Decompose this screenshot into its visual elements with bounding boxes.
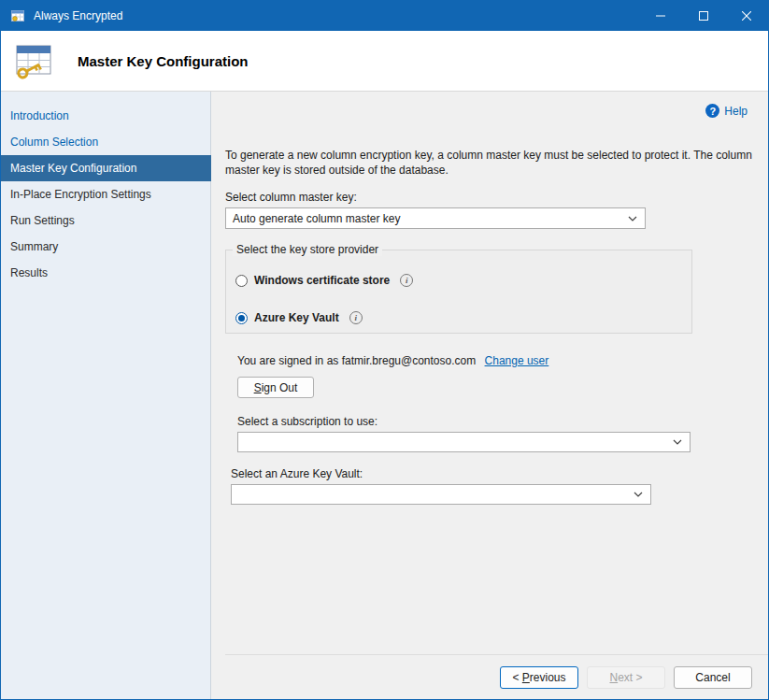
window-controls xyxy=(639,1,768,31)
minimize-button[interactable] xyxy=(639,1,682,31)
maximize-icon xyxy=(699,9,708,23)
radio-windows-certificate-store-label: Windows certificate store xyxy=(254,274,390,287)
chevron-down-icon xyxy=(673,439,682,445)
master-key-value: Auto generate column master key xyxy=(233,212,400,225)
help-icon xyxy=(705,104,719,118)
radio-azure-key-vault[interactable]: Azure Key Vault xyxy=(235,310,691,325)
close-button[interactable] xyxy=(725,1,768,31)
sidebar-item-column-selection[interactable]: Column Selection xyxy=(1,129,210,155)
previous-prefix: < xyxy=(512,671,521,684)
sidebar-item-run-settings[interactable]: Run Settings xyxy=(1,207,210,234)
radio-windows-certificate-store[interactable]: Windows certificate store xyxy=(235,273,691,288)
signed-in-row: You are signed in as fatmir.bregu@contos… xyxy=(237,354,768,368)
sidebar-item-summary[interactable]: Summary xyxy=(1,234,210,260)
main-content: Help To generate a new column encryption… xyxy=(211,92,768,699)
wizard-body: Introduction Column Selection Master Key… xyxy=(1,92,768,699)
sidebar-item-introduction[interactable]: Introduction xyxy=(1,103,210,129)
vault-dropdown[interactable] xyxy=(231,484,651,505)
sidebar-item-master-key-configuration[interactable]: Master Key Configuration xyxy=(1,155,211,181)
minimize-icon xyxy=(656,9,665,23)
radio-icon xyxy=(235,275,248,287)
sign-out-accesskey: S xyxy=(254,381,262,394)
master-key-label: Select column master key: xyxy=(225,191,768,204)
chevron-down-icon xyxy=(628,216,637,221)
sidebar-item-in-place-encryption-settings[interactable]: In-Place Encryption Settings xyxy=(1,181,210,207)
intro-text: To generate a new column encryption key,… xyxy=(225,148,758,178)
radio-icon xyxy=(235,312,248,324)
sign-out-label: ign Out xyxy=(262,381,298,394)
key-store-provider-label: Select the key store provider xyxy=(233,243,382,256)
wizard-footer: < Previous Next > Cancel xyxy=(225,654,768,699)
subscription-dropdown[interactable] xyxy=(237,432,691,452)
vault-group: Select an Azure Key Vault: xyxy=(231,467,768,505)
change-user-link[interactable]: Change user xyxy=(485,354,549,367)
wizard-steps-sidebar: Introduction Column Selection Master Key… xyxy=(1,92,211,699)
next-accesskey: N xyxy=(609,671,618,684)
info-icon[interactable] xyxy=(349,311,363,324)
vault-label: Select an Azure Key Vault: xyxy=(231,467,768,480)
previous-accesskey: P xyxy=(522,671,530,684)
app-icon xyxy=(10,8,25,23)
window-title: Always Encrypted xyxy=(34,9,122,22)
previous-label: revious xyxy=(530,671,566,684)
sign-out-button[interactable]: Sign Out xyxy=(237,377,314,398)
radio-azure-key-vault-label: Azure Key Vault xyxy=(254,311,339,324)
key-store-provider-group: Select the key store provider Windows ce… xyxy=(225,250,692,334)
chevron-down-icon xyxy=(634,492,643,497)
sidebar-item-results[interactable]: Results xyxy=(1,260,210,286)
master-key-dropdown[interactable]: Auto generate column master key xyxy=(225,207,646,229)
next-button[interactable]: Next > xyxy=(587,666,665,689)
help-label: Help xyxy=(724,105,748,118)
always-encrypted-dialog: Always Encrypted xyxy=(0,0,769,700)
titlebar: Always Encrypted xyxy=(1,1,768,31)
page-title: Master Key Configuration xyxy=(78,53,249,69)
master-key-icon xyxy=(12,39,55,82)
next-label: ext > xyxy=(618,671,642,684)
azure-key-vault-section: You are signed in as fatmir.bregu@contos… xyxy=(237,354,768,505)
info-icon[interactable] xyxy=(400,274,413,287)
previous-button[interactable]: < Previous xyxy=(500,666,578,689)
subscription-label: Select a subscription to use: xyxy=(237,415,768,428)
maximize-button[interactable] xyxy=(682,1,725,31)
cancel-button[interactable]: Cancel xyxy=(674,666,752,689)
close-icon xyxy=(742,9,751,23)
wizard-header: Master Key Configuration xyxy=(1,31,768,92)
signed-in-text: You are signed in as fatmir.bregu@contos… xyxy=(237,354,476,367)
help-link[interactable]: Help xyxy=(705,104,748,118)
